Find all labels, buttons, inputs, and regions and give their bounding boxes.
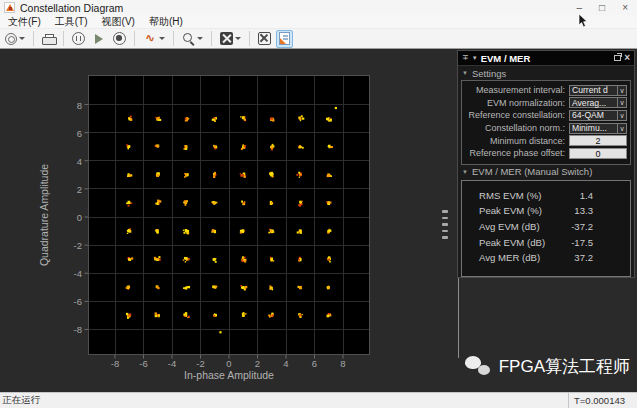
dropdown-value: 64-QAM (570, 110, 617, 120)
evm-mer-panel-header: ∓ ▼ EVM / MER × (458, 51, 634, 66)
constellation-plot[interactable] (88, 75, 370, 355)
close-button[interactable]: × (622, 3, 628, 13)
highlight-signal-dropdown-button[interactable] (140, 30, 168, 48)
undock-icon[interactable] (614, 55, 621, 61)
stop-circle-icon (113, 32, 126, 45)
zoom-dropdown-button[interactable] (179, 30, 206, 48)
y-tick-label: -2 (60, 240, 82, 251)
minimize-button[interactable]: – (577, 3, 583, 13)
reference-phase-offset-input[interactable]: 0 (569, 148, 627, 159)
evm-mer-panel: ∓ ▼ EVM / MER × ▼ Settings Measurement i… (457, 50, 635, 278)
y-tick-label: -6 (60, 296, 82, 307)
x-tick-label: 2 (246, 358, 270, 369)
x-tick-label: 0 (217, 358, 241, 369)
avg-mer-db-label: Avg MER (dB) (462, 252, 558, 263)
evm-normalization-dropdown[interactable]: Averag...∨ (569, 97, 627, 108)
close-panel-icon[interactable]: × (624, 53, 630, 63)
maximize-button[interactable]: □ (599, 3, 605, 13)
chevron-down-icon: ∨ (617, 98, 626, 107)
dropdown-value: Minimu... (570, 123, 617, 133)
watermark-text: FPGA算法工程师 (499, 355, 630, 378)
setting-label: Measurement interval: (462, 85, 569, 95)
settings-section-toggle[interactable]: ▼ Settings (458, 66, 634, 80)
y-tick-label: 4 (60, 156, 82, 167)
triangle-down-icon: ▼ (462, 70, 468, 76)
print-button[interactable] (39, 30, 58, 48)
maximize-axes-button[interactable] (255, 30, 274, 48)
step-icon (95, 34, 103, 44)
peak-evm-db-row: Peak EVM (dB)-17.5 (462, 234, 630, 250)
pause-button[interactable] (69, 30, 88, 48)
toolbar-separator (173, 31, 174, 46)
minimum-distance-input[interactable]: 2 (569, 135, 627, 146)
status-bar: 正在运行 T=0.000143 (0, 392, 637, 408)
pause-circle-icon (72, 32, 85, 45)
chevron-down-icon: ∨ (617, 86, 626, 95)
fit-to-view-dropdown-button[interactable] (217, 30, 244, 48)
measurement-interval-dropdown[interactable]: Current d∨ (569, 85, 627, 96)
menu-bar: 文件(F)工具(T)视图(V)帮助(H) (0, 15, 637, 29)
gear-circle-icon (5, 33, 17, 45)
status-text: 正在运行 (0, 394, 568, 407)
avg-mer-db-row: Avg MER (dB)37.2 (462, 250, 630, 266)
results-section-toggle[interactable]: ▼ EVM / MER (Manual Switch) (458, 165, 634, 179)
peak-evm-db-label: Peak EVM (dB) (462, 237, 558, 248)
mouse-cursor (578, 14, 590, 28)
setting-label: Constellation norm.: (462, 123, 569, 133)
menu-file[interactable]: 文件(F) (1, 15, 48, 29)
y-tick-label: 6 (60, 128, 82, 139)
results-group: RMS EVM (%)1.4Peak EVM (%)13.3Avg EVM (d… (461, 180, 631, 277)
constellation-norm-dropdown[interactable]: Minimu...∨ (569, 123, 627, 134)
menu-help[interactable]: 帮助(H) (142, 15, 190, 29)
panel-title: EVM / MER (481, 53, 612, 64)
avg-evm-db-value: -37.2 (558, 221, 630, 232)
y-tick-label: 0 (60, 212, 82, 223)
dropdown-caret-icon (235, 37, 241, 40)
rms-evm-pct-value: 1.4 (558, 190, 630, 201)
title-bar: Constellation Diagram – □ × (0, 0, 637, 15)
setting-label: Reference phase offset: (462, 148, 569, 158)
scope-display-area: Quadrature Amplitude In-phase Amplitude … (0, 49, 637, 392)
resize-grip[interactable] (630, 393, 637, 408)
avg-evm-db-label: Avg EVM (dB) (462, 221, 558, 232)
measurements-panel-toggle[interactable] (276, 30, 293, 48)
evm-normalization-row: EVM normalization:Averag...∨ (462, 97, 630, 110)
x-tick-label: -4 (160, 358, 184, 369)
reference-phase-offset-row: Reference phase offset:0 (462, 147, 630, 160)
dropdown-caret-icon (197, 37, 203, 40)
x-tick-label: -8 (103, 358, 127, 369)
x-tick-label: 4 (274, 358, 298, 369)
dropdown-value: Averag... (570, 98, 617, 108)
peak-evm-pct-label: Peak EVM (%) (462, 205, 558, 216)
pin-icon[interactable]: ∓ (462, 54, 469, 62)
menu-view[interactable]: 视图(V) (95, 15, 142, 29)
toolbar-separator (249, 31, 250, 46)
simulation-time: T=0.000143 (568, 393, 630, 408)
reference-constellation-dropdown[interactable]: 64-QAM∨ (569, 110, 627, 121)
setting-label: EVM normalization: (462, 98, 569, 108)
wechat-icon (465, 356, 490, 377)
dropdown-caret-icon (159, 37, 165, 40)
measurements-icon (279, 32, 290, 45)
chevron-down-icon[interactable]: ▼ (472, 55, 478, 61)
x-tick-label: 8 (331, 358, 355, 369)
toolbar-separator (33, 31, 34, 46)
y-tick-label: 2 (60, 184, 82, 195)
peak-evm-pct-value: 13.3 (558, 205, 630, 216)
panel-drag-handle[interactable] (442, 210, 450, 239)
chevron-down-icon: ∨ (617, 111, 626, 120)
dropdown-caret-icon (19, 37, 25, 40)
setting-label: Reference constellation: (462, 110, 569, 120)
menu-tools[interactable]: 工具(T) (48, 15, 95, 29)
avg-mer-db-value: 37.2 (558, 252, 630, 263)
settings-dropdown-button[interactable] (2, 30, 28, 48)
stop-button[interactable] (110, 30, 129, 48)
toolbar (0, 29, 637, 49)
watermark: FPGA算法工程师 (465, 355, 630, 378)
window-title: Constellation Diagram (20, 2, 577, 14)
peak-evm-db-value: -17.5 (558, 237, 630, 248)
chevron-down-icon: ∨ (617, 124, 626, 133)
constellation-diagram-window: Constellation Diagram – □ × 文件(F)工具(T)视图… (0, 0, 637, 408)
y-tick-label: -4 (60, 268, 82, 279)
step-forward-button[interactable] (90, 30, 108, 48)
